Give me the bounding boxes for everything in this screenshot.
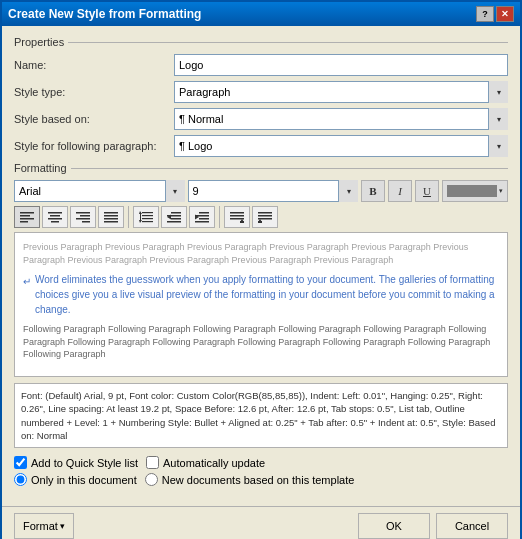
help-button[interactable]: ? (476, 6, 494, 22)
new-docs-item[interactable]: New documents based on this template (145, 473, 355, 486)
svg-rect-6 (48, 218, 62, 220)
auto-update-item[interactable]: Automatically update (146, 456, 265, 469)
radio-row: Only in this document New documents base… (14, 473, 508, 486)
only-doc-label: Only in this document (31, 474, 137, 486)
formatting-section: Formatting Arial ▾ 9 ▾ B I (14, 162, 508, 448)
checkbox-row: Add to Quick Style list Automatically up… (14, 456, 508, 469)
align-right-icon (76, 211, 90, 223)
svg-rect-28 (199, 218, 209, 220)
style-follow-wrapper: ¶ Logo ▾ (174, 135, 508, 157)
properties-section: Properties Name: Style type: Paragraph ▾ (14, 36, 508, 157)
color-arrow: ▾ (499, 187, 503, 195)
align-justify-icon (104, 211, 118, 223)
add-quick-style-checkbox[interactable] (14, 456, 27, 469)
style-based-row: Style based on: ¶ Normal ▾ (14, 108, 508, 130)
svg-rect-36 (258, 212, 272, 214)
svg-rect-2 (20, 218, 34, 220)
style-follow-label: Style for following paragraph: (14, 140, 174, 152)
style-based-wrapper: ¶ Normal ▾ (174, 108, 508, 130)
svg-rect-4 (48, 212, 62, 214)
style-type-select[interactable]: Paragraph (174, 81, 508, 103)
style-type-label: Style type: (14, 86, 174, 98)
new-docs-label: New documents based on this template (162, 474, 355, 486)
font-toolbar: Arial ▾ 9 ▾ B I U ▾ (14, 180, 508, 202)
cancel-button[interactable]: Cancel (436, 513, 508, 539)
font-description: Font: (Default) Arial, 9 pt, Font color:… (14, 383, 508, 448)
svg-rect-3 (20, 221, 28, 223)
alignment-toolbar (14, 206, 508, 228)
only-doc-item[interactable]: Only in this document (14, 473, 137, 486)
align-center-icon (48, 211, 62, 223)
style-type-row: Style type: Paragraph ▾ (14, 81, 508, 103)
formatting-divider (71, 168, 508, 169)
new-docs-radio[interactable] (145, 473, 158, 486)
italic-button[interactable]: I (388, 180, 412, 202)
dialog-body: Properties Name: Style type: Paragraph ▾ (2, 26, 520, 506)
properties-label: Properties (14, 36, 64, 48)
auto-update-checkbox[interactable] (146, 456, 159, 469)
align-justify-button[interactable] (98, 206, 124, 228)
increase-indent-icon (195, 211, 209, 223)
align-right-button[interactable] (70, 206, 96, 228)
svg-rect-31 (230, 212, 244, 214)
font-select-wrapper: Arial ▾ (14, 180, 185, 202)
close-button[interactable]: ✕ (496, 6, 514, 22)
svg-rect-7 (51, 221, 59, 223)
action-buttons: OK Cancel (358, 513, 508, 539)
align-left-button[interactable] (14, 206, 40, 228)
separator-1 (128, 206, 129, 228)
line-spacing-button[interactable] (133, 206, 159, 228)
svg-rect-1 (20, 215, 30, 217)
svg-rect-29 (195, 221, 209, 223)
font-select[interactable]: Arial (14, 180, 185, 202)
svg-rect-8 (76, 212, 90, 214)
align-center-button[interactable] (42, 206, 68, 228)
formatting-header: Formatting (14, 162, 508, 174)
ok-button[interactable]: OK (358, 513, 430, 539)
increase-indent-button[interactable] (189, 206, 215, 228)
name-label: Name: (14, 59, 174, 71)
preview-sample-row: ↵ Word eliminates the guesswork when you… (23, 272, 499, 317)
svg-marker-20 (139, 211, 142, 223)
rtl-button[interactable] (252, 206, 278, 228)
style-based-select[interactable]: ¶ Normal (174, 108, 508, 130)
properties-divider (68, 42, 508, 43)
format-button-arrow: ▾ (60, 521, 65, 531)
name-input[interactable] (174, 54, 508, 76)
bottom-bar: Format ▾ OK Cancel (2, 506, 520, 539)
svg-rect-26 (199, 212, 209, 214)
ltr-icon (230, 211, 244, 223)
preview-arrow: ↵ (23, 274, 31, 289)
rtl-icon (258, 211, 272, 223)
svg-rect-16 (142, 212, 153, 213)
svg-rect-21 (171, 212, 181, 214)
underline-button[interactable]: U (415, 180, 439, 202)
decrease-indent-icon (167, 211, 181, 223)
size-select[interactable]: 9 (188, 180, 359, 202)
decrease-indent-button[interactable] (161, 206, 187, 228)
svg-rect-15 (104, 221, 118, 223)
svg-rect-5 (50, 215, 60, 217)
dialog-title: Create New Style from Formatting (8, 7, 201, 21)
svg-rect-19 (142, 221, 153, 222)
bold-button[interactable]: B (361, 180, 385, 202)
svg-rect-17 (142, 215, 153, 216)
only-doc-radio[interactable] (14, 473, 27, 486)
add-quick-style-item[interactable]: Add to Quick Style list (14, 456, 138, 469)
title-bar-buttons: ? ✕ (476, 6, 514, 22)
style-follow-select[interactable]: ¶ Logo (174, 135, 508, 157)
preview-sample-text: Word eliminates the guesswork when you a… (35, 272, 499, 317)
preview-following-text: Following Paragraph Following Paragraph … (23, 323, 499, 361)
format-button[interactable]: Format ▾ (14, 513, 74, 539)
svg-rect-24 (167, 221, 181, 223)
svg-rect-11 (82, 221, 90, 223)
font-color-picker[interactable]: ▾ (442, 180, 508, 202)
preview-area: Previous Paragraph Previous Paragraph Pr… (14, 232, 508, 377)
svg-rect-37 (258, 215, 272, 217)
style-type-wrapper: Paragraph ▾ (174, 81, 508, 103)
formatting-label: Formatting (14, 162, 67, 174)
ltr-button[interactable] (224, 206, 250, 228)
svg-rect-23 (171, 218, 181, 220)
add-quick-style-label: Add to Quick Style list (31, 457, 138, 469)
separator-2 (219, 206, 220, 228)
